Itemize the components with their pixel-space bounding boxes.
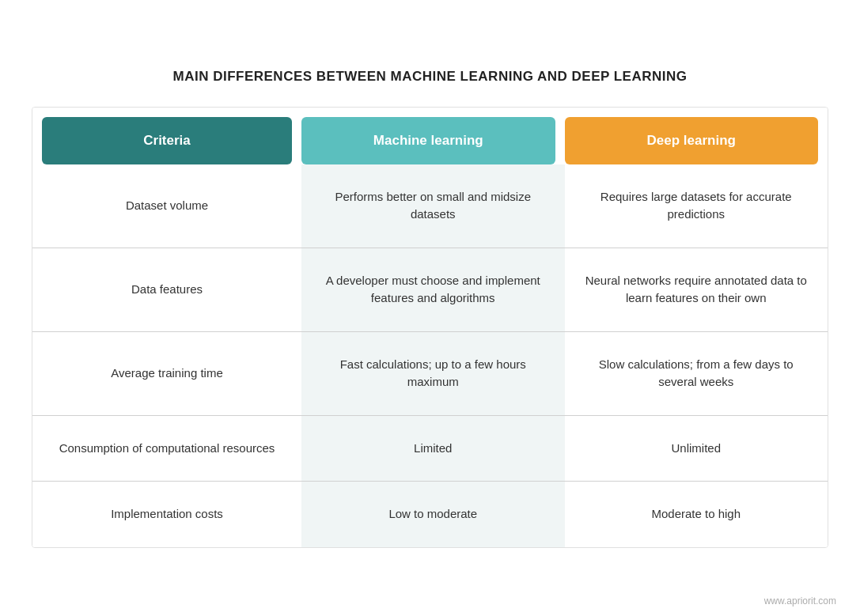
comparison-table: Criteria Machine learning Deep learning … bbox=[32, 107, 828, 548]
cell-criteria: Dataset volume bbox=[32, 164, 301, 248]
table-header: Criteria Machine learning Deep learning bbox=[32, 108, 828, 164]
header-ml: Machine learning bbox=[301, 117, 555, 164]
cell-ml: Performs better on small and midsize dat… bbox=[301, 164, 565, 248]
cell-dl: Unlimited bbox=[565, 416, 828, 482]
page-title: MAIN DIFFERENCES BETWEEN MACHINE LEARNIN… bbox=[172, 69, 687, 85]
table-row: Data featuresA developer must choose and… bbox=[32, 248, 828, 331]
cell-criteria: Consumption of computational resources bbox=[32, 416, 301, 482]
table-row: Consumption of computational resourcesLi… bbox=[32, 415, 828, 482]
cell-ml: Limited bbox=[301, 416, 565, 482]
table-row: Implementation costsLow to moderateModer… bbox=[32, 481, 828, 547]
watermark: www.apriorit.com bbox=[764, 595, 836, 607]
cell-dl: Slow calculations; from a few days to se… bbox=[565, 332, 828, 415]
cell-ml: Fast calculations; up to a few hours max… bbox=[301, 332, 565, 415]
cell-dl: Moderate to high bbox=[565, 482, 828, 547]
table-row: Average training timeFast calculations; … bbox=[32, 331, 828, 415]
cell-ml: Low to moderate bbox=[301, 482, 565, 547]
cell-dl: Neural networks require annotated data t… bbox=[565, 248, 828, 331]
table-row: Dataset volumePerforms better on small a… bbox=[32, 164, 828, 248]
cell-criteria: Implementation costs bbox=[32, 482, 301, 547]
header-criteria: Criteria bbox=[42, 117, 292, 164]
table-body: Dataset volumePerforms better on small a… bbox=[32, 164, 828, 547]
page-wrapper: MAIN DIFFERENCES BETWEEN MACHINE LEARNIN… bbox=[0, 0, 860, 616]
header-dl: Deep learning bbox=[565, 117, 819, 164]
cell-ml: A developer must choose and implement fe… bbox=[301, 248, 565, 331]
cell-dl: Requires large datasets for accurate pre… bbox=[565, 164, 828, 248]
cell-criteria: Data features bbox=[32, 248, 301, 331]
cell-criteria: Average training time bbox=[32, 332, 301, 415]
